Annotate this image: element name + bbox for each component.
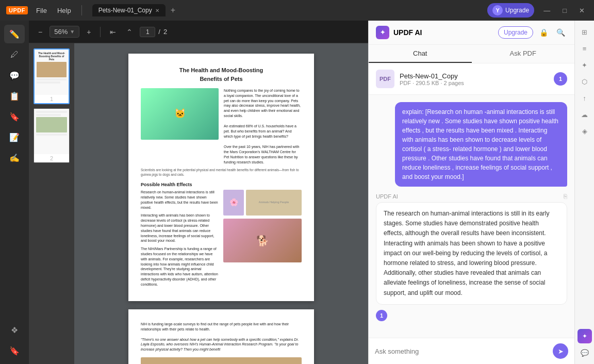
thumbnail-1-label: 1 <box>35 95 69 103</box>
tab-chat[interactable]: Chat <box>369 45 472 63</box>
ai-tabs: Chat Ask PDF <box>369 45 574 63</box>
left-sidebar: ✏️ 🖊 💬 📋 🔖 📝 ✍ ❖ 🔖 <box>0 21 29 364</box>
cat-image: 🐱 <box>141 88 219 140</box>
ai-title: ✦ UPDF AI <box>376 26 422 39</box>
app-logo: UPDF <box>6 6 28 14</box>
first-page-button[interactable]: ⇤ <box>107 26 119 38</box>
mini-tool-ocr-icon[interactable]: ✦ <box>578 58 592 72</box>
sidebar-bookmark-icon[interactable]: 🔖 <box>4 341 25 360</box>
menu-file[interactable]: File <box>32 5 51 16</box>
stat-paragraph: An estimated 68% of U.S. households have… <box>224 124 302 139</box>
add-tab-button[interactable]: + <box>168 5 178 16</box>
chat-messages[interactable]: explain: [Research on human -animal inte… <box>369 95 574 338</box>
ai-title-text: UPDF AI <box>393 28 422 37</box>
ai-message-label: UPDF AI <box>376 193 398 200</box>
ai-upgrade-button[interactable]: Upgrade <box>498 26 533 39</box>
titlebar-menu: File Help <box>32 5 75 16</box>
page2-excerpt: NIH is funding large-scale surveys to fi… <box>141 322 302 332</box>
page-separator: / <box>158 28 160 36</box>
small-images: 🌸 Animals Helping People <box>223 190 302 216</box>
pdf-page-2: NIH is funding large-scale surveys to fi… <box>128 309 314 364</box>
close-button[interactable]: ✕ <box>576 6 588 15</box>
page1-intro-text: Nothing compares to the joy of coming ho… <box>224 88 302 164</box>
sidebar-form-icon[interactable]: 📝 <box>4 128 25 146</box>
send-icon: ➤ <box>558 348 564 355</box>
dog-cat-image: 🐕 <box>223 219 302 262</box>
search-header-icon[interactable]: 🔍 <box>554 26 567 39</box>
upgrade-label: Upgrade <box>505 7 529 14</box>
mini-tool-convert-icon[interactable]: ⬡ <box>578 74 592 89</box>
thumbnail-panel: The Health and Mood-Boosting Benefits of… <box>29 43 74 364</box>
mini-tool-chat-icon[interactable]: 💬 <box>578 345 592 360</box>
mini-tool-protect-icon[interactable]: ◈ <box>578 124 592 138</box>
page1-intro-section: 🐱 Nothing compares to the joy of coming … <box>141 88 302 164</box>
menu-help[interactable]: Help <box>53 5 75 16</box>
ai-header-actions: Upgrade 🔒 🔍 <box>498 26 567 39</box>
ai-message-content: The research on human-animal interaction… <box>376 202 567 305</box>
sidebar-edit-icon[interactable]: ✏️ <box>4 25 25 43</box>
intro-paragraph: Nothing compares to the joy of coming ho… <box>224 88 302 119</box>
sidebar-organize-icon[interactable]: 📋 <box>4 87 25 105</box>
page1-health-col2: 🌸 Animals Helping People 🐕 <box>223 190 302 287</box>
thumbnail-page-1[interactable]: The Health and Mood-Boosting Benefits of… <box>34 48 70 104</box>
ai-panel: ✦ UPDF AI Upgrade 🔒 🔍 Chat Ask PDF PDF P… <box>368 21 574 364</box>
zoom-in-button[interactable]: + <box>84 26 94 38</box>
tab-ask-pdf[interactable]: Ask PDF <box>472 45 575 63</box>
tab-close-icon[interactable]: ✕ <box>155 8 159 13</box>
pdf-file-icon: PDF <box>376 70 394 88</box>
tab-label: Pets-New-01_Copy <box>98 7 152 14</box>
health-text-3: The NIH/Mars Partnership is funding a ra… <box>141 246 219 287</box>
caption1: Scientists are looking at the potential … <box>141 168 302 177</box>
page-total: 2 <box>163 28 167 36</box>
file-pages: 2 pages <box>444 80 464 86</box>
pdf-viewer[interactable]: The Health and Mood-BoostingBenefits of … <box>74 43 368 364</box>
titlebar: UPDF File Help Pets-New-01_Copy ✕ + Y Up… <box>0 0 594 21</box>
health-text-2: Interacting with animals has been shown … <box>141 213 219 243</box>
animals-label: Animals Helping People <box>259 201 289 205</box>
mini-tool-grid-icon[interactable]: ⊞ <box>578 25 592 39</box>
main-area: ✏️ 🖊 💬 📋 🔖 📝 ✍ ❖ 🔖 − 56% ▼ + ⇤ ⌃ <box>0 21 594 364</box>
sidebar-layers-icon[interactable]: ❖ <box>4 321 25 339</box>
copy-icon[interactable]: ⎘ <box>564 193 567 200</box>
mini-tool-cloud-icon[interactable]: ☁ <box>578 107 592 122</box>
mini-tool-list-icon[interactable]: ≡ <box>578 41 592 56</box>
file-details: Pets-New-01_Copy PDF · 290.5 KB · 2 page… <box>400 72 549 86</box>
thumbnail-1-preview: The Health and Mood-Boosting Benefits of… <box>35 49 69 95</box>
minimize-button[interactable]: — <box>540 6 553 15</box>
zoom-out-button[interactable]: − <box>35 26 45 38</box>
page1-health-col1: Research on human-animal interactions is… <box>141 190 219 287</box>
page2-image: 🎄🐕 <box>141 357 302 364</box>
mini-tool-upload-icon[interactable]: ↑ <box>578 91 592 105</box>
ai-header: ✦ UPDF AI Upgrade 🔒 🔍 <box>369 21 574 45</box>
maximize-button[interactable]: □ <box>559 6 570 15</box>
sidebar-stamp-icon[interactable]: 🔖 <box>4 107 25 126</box>
thumbnail-2-label: 2 <box>34 154 69 162</box>
prev-page-button[interactable]: ⌃ <box>123 26 136 38</box>
sidebar-comment-icon[interactable]: 💬 <box>4 66 25 85</box>
mini-ai-button[interactable]: ✦ <box>578 329 592 343</box>
thumbnail-page-2[interactable]: 2 <box>34 108 70 163</box>
page2-quote: "There's no one answer about how a pet c… <box>141 337 302 352</box>
sidebar-sign-icon[interactable]: ✍ <box>4 148 25 167</box>
titlebar-controls: Y Upgrade — □ ✕ <box>487 3 588 18</box>
thumbnail-2-preview <box>34 109 69 154</box>
sidebar-highlight-icon[interactable]: 🖊 <box>4 45 25 64</box>
lock-icon[interactable]: 🔒 <box>537 26 550 39</box>
upgrade-button[interactable]: Y Upgrade <box>487 3 534 18</box>
user-message: explain: [Research on human -animal inte… <box>395 102 567 187</box>
file-name: Pets-New-01_Copy <box>400 72 549 80</box>
page1-health-section: Research on human-animal interactions is… <box>141 190 302 287</box>
page-input[interactable] <box>140 27 155 37</box>
send-button[interactable]: ➤ <box>553 343 568 359</box>
file-type: PDF <box>400 80 411 86</box>
zoom-dropdown-icon[interactable]: ▼ <box>70 29 75 35</box>
pdf-page-1: The Health and Mood-BoostingBenefits of … <box>128 54 314 301</box>
ai-response-wrapper: UPDF AI ⎘ The research on human-animal i… <box>376 193 567 321</box>
chat-input[interactable] <box>375 348 549 355</box>
current-tab[interactable]: Pets-New-01_Copy ✕ <box>92 4 166 16</box>
toolbar: − 56% ▼ + ⇤ ⌃ / 2 <box>29 21 368 43</box>
ai-response-badge: 1 <box>376 310 387 321</box>
section-title-possible: Possible Health Effects <box>141 181 302 188</box>
flowers-image: 🌸 <box>223 190 244 216</box>
page1-title: The Health and Mood-BoostingBenefits of … <box>141 66 302 83</box>
